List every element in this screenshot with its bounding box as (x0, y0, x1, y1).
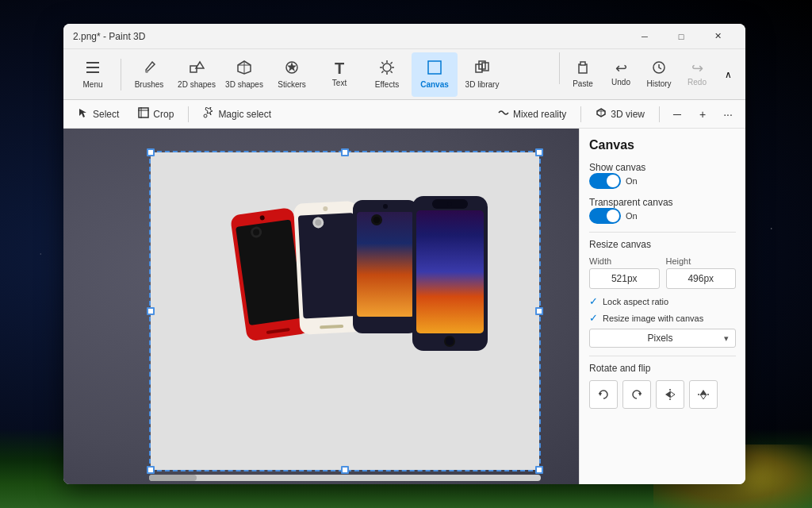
dropdown-arrow-icon: ▾ (724, 333, 729, 344)
effects-icon (379, 60, 395, 78)
transparent-canvas-state: On (626, 211, 638, 221)
toolbar-item-2dshapes[interactable]: 2D shapes (174, 52, 220, 97)
menu-icon (85, 60, 101, 78)
svg-point-39 (373, 217, 380, 223)
height-col: Height (666, 256, 737, 289)
panel-divider-1 (589, 232, 736, 233)
maximize-button[interactable]: □ (663, 24, 699, 49)
crop-label: Crop (153, 109, 174, 120)
panel-divider-2 (589, 356, 736, 356)
chevron-up-icon: ∧ (725, 69, 732, 80)
crop-tool[interactable]: Crop (130, 104, 182, 124)
flip-horizontal-btn[interactable] (656, 380, 684, 409)
magic-select-tool[interactable]: Magic select (195, 104, 279, 124)
toolbar-item-3dlibrary[interactable]: 3D library (459, 52, 505, 97)
canvas-area[interactable] (63, 129, 579, 484)
app-window: 2.png* - Paint 3D ─ □ ✕ Menu Brushes (63, 24, 745, 484)
toolbar-item-effects[interactable]: Effects (364, 52, 410, 97)
flip-vertical-icon (696, 387, 710, 402)
toolbar-item-paste[interactable]: Paste (565, 52, 601, 97)
flip-vertical-btn[interactable] (689, 380, 718, 409)
magic-select-label: Magic select (218, 109, 271, 120)
flip-horizontal-icon (663, 387, 677, 402)
toolbar-sep-2 (559, 52, 560, 84)
toolbar-item-canvas[interactable]: Canvas (412, 52, 458, 97)
panel-title: Canvas (589, 138, 736, 152)
toolbar-collapse-btn[interactable]: ∧ (717, 52, 739, 97)
svg-point-18 (204, 114, 207, 117)
height-input[interactable] (666, 268, 737, 289)
svg-rect-4 (190, 66, 197, 72)
mixed-reality-label: Mixed reality (513, 109, 566, 120)
toolbar-3dlibrary-label: 3D library (465, 80, 500, 90)
select-tool[interactable]: Select (70, 104, 127, 124)
svg-rect-8 (428, 61, 441, 74)
resize-with-canvas-row: ✓ Resize image with canvas (589, 312, 736, 324)
more-btn[interactable]: ··· (717, 103, 739, 125)
toolbar-paste-label: Paste (573, 79, 593, 89)
rotate-flip-buttons (589, 380, 736, 409)
rotate-left-icon (596, 387, 611, 402)
transparent-canvas-toggle[interactable] (589, 208, 621, 224)
stickers-icon (284, 60, 300, 78)
rotate-right-icon (630, 387, 644, 402)
toolbar-item-3dshapes[interactable]: 3D shapes (221, 52, 267, 97)
toolbar-item-stickers[interactable]: Stickers (269, 52, 315, 97)
toolbar-3dshapes-label: 3D shapes (225, 80, 263, 90)
toolbar-item-menu[interactable]: Menu (70, 52, 116, 97)
paste-icon (576, 60, 590, 77)
transparent-canvas-row: On (589, 208, 736, 224)
rotate-right-btn[interactable] (622, 380, 651, 409)
toolbar-item-text[interactable]: T Text (316, 52, 362, 97)
rotate-flip-label: Rotate and flip (589, 363, 736, 374)
svg-rect-15 (139, 108, 148, 117)
width-input[interactable] (589, 268, 660, 289)
resize-dimensions-row: Width Height (589, 256, 736, 289)
select-icon (78, 107, 89, 121)
svg-point-7 (383, 64, 391, 71)
toolbar-item-redo[interactable]: ↪ Redo (679, 52, 715, 97)
sec-tool-sep-3 (659, 106, 660, 122)
mixed-reality-icon (498, 107, 509, 121)
resize-with-canvas-text: Resize image with canvas (603, 314, 703, 323)
toolbar-effects-label: Effects (375, 80, 399, 90)
svg-marker-5 (196, 62, 204, 68)
toolbar-undo-label: Undo (611, 78, 630, 87)
minimize-button[interactable]: ─ (626, 24, 663, 49)
toolbar-item-brushes[interactable]: Brushes (126, 52, 172, 97)
3d-view-tool[interactable]: 3D view (588, 104, 653, 124)
lock-aspect-check-icon: ✓ (589, 295, 598, 307)
svg-rect-2 (86, 71, 99, 73)
resize-canvas-label: Resize canvas (589, 239, 736, 250)
3d-view-label: 3D view (611, 109, 645, 120)
toolbar-item-history[interactable]: History (641, 52, 677, 97)
sec-tool-right: Mixed reality 3D view ─ + ··· (490, 103, 739, 125)
sec-tool-sep-2 (580, 106, 581, 122)
toolbar-redo-label: Redo (688, 78, 707, 87)
width-col: Width (589, 256, 660, 289)
svg-rect-36 (357, 212, 414, 317)
svg-rect-0 (86, 62, 99, 64)
text-icon: T (335, 60, 344, 76)
svg-rect-13 (580, 62, 585, 65)
svg-point-44 (446, 337, 454, 345)
mixed-reality-tool[interactable]: Mixed reality (490, 104, 574, 124)
3dshapes-icon (236, 60, 252, 78)
canvas-icon (427, 60, 442, 78)
canvas-scrollbar-thumb[interactable] (149, 475, 197, 481)
window-title: 2.png* - Paint 3D (73, 31, 626, 42)
unit-dropdown-value: Pixels (596, 333, 724, 344)
select-label: Select (93, 109, 119, 120)
rotate-left-btn[interactable] (589, 380, 618, 409)
close-button[interactable]: ✕ (699, 24, 736, 49)
zoom-in-btn[interactable]: + (691, 103, 714, 125)
zoom-out-btn[interactable]: ─ (666, 103, 688, 125)
svg-rect-29 (298, 213, 359, 318)
unit-dropdown[interactable]: Pixels ▾ (589, 329, 736, 348)
svg-rect-41 (416, 210, 484, 333)
canvas-scrollbar[interactable] (149, 475, 541, 481)
width-label: Width (589, 256, 660, 266)
show-canvas-toggle[interactable] (589, 173, 621, 189)
toolbar-item-undo[interactable]: ↩ Undo (603, 52, 639, 97)
content-area: Canvas Show canvas On Transparent canvas… (63, 129, 745, 484)
